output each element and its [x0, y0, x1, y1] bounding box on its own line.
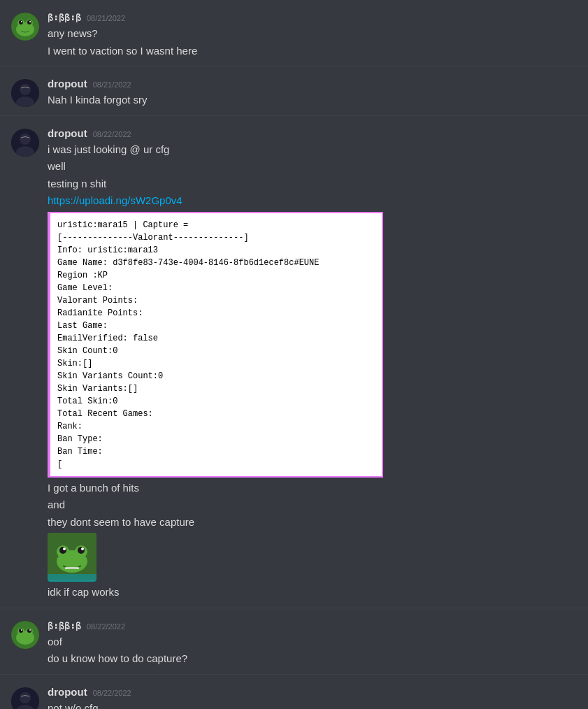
- svg-rect-22: [65, 567, 79, 569]
- svg-point-9: [20, 84, 31, 95]
- username: dropout: [48, 127, 87, 139]
- svg-point-6: [21, 21, 22, 22]
- svg-point-29: [27, 629, 31, 633]
- message-group-2: dropout 08/21/2022 Nah I kinda forgot sr…: [0, 66, 588, 113]
- message-content: ꞵ꞉ꞵꞵ꞉ꞵ 08/21/2022 any news? I went to va…: [48, 11, 577, 60]
- svg-point-20: [63, 547, 66, 550]
- message-group-4: ꞵ꞉ꞵꞵ꞉ꞵ 08/22/2022 oof do u know how to d…: [0, 608, 588, 671]
- message-group-5: dropout 08/22/2022 not w/o cfg: [0, 674, 588, 710]
- avatar: [11, 13, 39, 41]
- avatar: [11, 129, 39, 157]
- message-link-container[interactable]: https://uploadi.ng/sW2Gp0v4: [48, 193, 577, 209]
- avatar: [11, 79, 39, 107]
- svg-point-5: [27, 20, 31, 24]
- message-group-3: dropout 08/22/2022 i was just looking @ …: [0, 115, 588, 605]
- timestamp: 08/22/2022: [87, 622, 125, 631]
- svg-point-7: [29, 21, 31, 22]
- message-text: and: [48, 497, 577, 513]
- message-content: ꞵ꞉ꞵꞵ꞉ꞵ 08/22/2022 oof do u know how to d…: [48, 620, 577, 668]
- message-text: testing n shit: [48, 176, 577, 192]
- svg-point-31: [29, 629, 31, 631]
- message-group-1: ꞵ꞉ꞵꞵ꞉ꞵ 08/21/2022 any news? I went to va…: [0, 0, 588, 63]
- message-text: idk if cap works: [48, 585, 577, 601]
- svg-point-19: [78, 547, 85, 554]
- avatar: [11, 687, 39, 710]
- message-text: I went to vaction so I wasnt here: [48, 43, 577, 59]
- message-text: any news?: [48, 26, 577, 42]
- message-header: dropout 08/21/2022: [48, 78, 577, 89]
- message-text: I got a bunch of hits: [48, 480, 577, 496]
- svg-point-30: [21, 629, 22, 631]
- username: ꞵ꞉ꞵꞵ꞉ꞵ: [48, 620, 81, 631]
- svg-point-33: [20, 692, 31, 703]
- message-header: ꞵ꞉ꞵꞵ꞉ꞵ 08/22/2022: [48, 620, 577, 631]
- message-text: Nah I kinda forgot sry: [48, 92, 577, 108]
- timestamp: 08/22/2022: [93, 689, 131, 697]
- username: dropout: [48, 78, 87, 89]
- timestamp: 08/21/2022: [87, 14, 125, 22]
- svg-point-12: [20, 134, 31, 145]
- svg-rect-23: [48, 574, 96, 581]
- frog-emoji: [48, 533, 96, 582]
- code-block: uristic:mara15 | Capture = [------------…: [48, 212, 383, 478]
- message-content: dropout 08/21/2022 Nah I kinda forgot sr…: [48, 78, 577, 110]
- message-text: i was just looking @ ur cfg: [48, 142, 577, 158]
- message-content: dropout 08/22/2022 not w/o cfg: [48, 686, 577, 710]
- message-content: dropout 08/22/2022 i was just looking @ …: [48, 127, 577, 602]
- timestamp: 08/21/2022: [93, 80, 131, 89]
- svg-point-18: [59, 547, 66, 554]
- message-text: they dont seem to have capture: [48, 515, 577, 531]
- message-header: dropout 08/22/2022: [48, 127, 577, 139]
- avatar: [11, 621, 39, 649]
- message-text: oof: [48, 634, 577, 650]
- message-header: ꞵ꞉ꞵꞵ꞉ꞵ 08/21/2022: [48, 11, 577, 23]
- timestamp: 08/22/2022: [93, 130, 131, 138]
- username: dropout: [48, 686, 87, 698]
- message-link[interactable]: https://uploadi.ng/sW2Gp0v4: [48, 194, 182, 206]
- svg-point-28: [19, 629, 23, 633]
- svg-point-4: [19, 20, 23, 24]
- svg-point-21: [81, 547, 84, 550]
- message-text: well: [48, 159, 577, 175]
- message-text: do u know how to do capture?: [48, 651, 577, 667]
- message-text: not w/o cfg: [48, 701, 577, 710]
- username: ꞵ꞉ꞵꞵ꞉ꞵ: [48, 11, 81, 23]
- message-header: dropout 08/22/2022: [48, 686, 577, 698]
